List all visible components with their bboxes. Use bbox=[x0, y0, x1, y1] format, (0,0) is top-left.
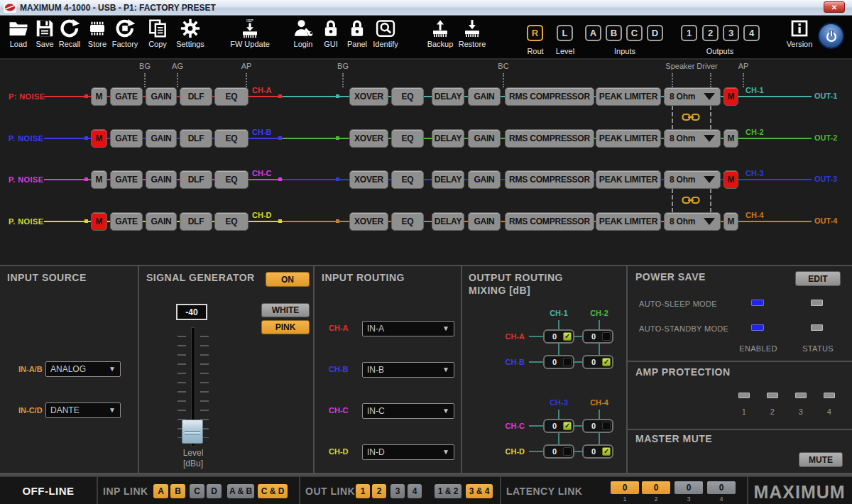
eq-block[interactable]: EQ bbox=[391, 170, 424, 189]
rms-compressor-block[interactable]: RMS COMPRESSOR bbox=[505, 129, 594, 148]
mix-cell-b1[interactable]: 0 bbox=[543, 355, 574, 369]
identify-button[interactable]: Identify bbox=[367, 18, 404, 48]
mix-enable-checkbox[interactable] bbox=[602, 447, 611, 456]
inp-link-b[interactable]: B bbox=[170, 484, 185, 498]
speaker-load-dropdown[interactable]: 8 Ohm bbox=[664, 170, 721, 189]
latency-3[interactable]: 0 bbox=[674, 481, 703, 494]
mix-enable-checkbox[interactable] bbox=[563, 422, 572, 430]
generator-level-value[interactable]: -40 bbox=[176, 304, 207, 320]
ch-c-input-dropdown[interactable]: IN-C▼ bbox=[362, 403, 454, 419]
gate-block[interactable]: GATE bbox=[110, 129, 143, 148]
dlf-block[interactable]: DLF bbox=[180, 87, 212, 106]
power-save-edit-button[interactable]: EDIT bbox=[795, 271, 841, 286]
gain-block[interactable]: GAIN bbox=[146, 212, 177, 231]
xover-block[interactable]: XOVER bbox=[349, 212, 388, 231]
gain-block[interactable]: GAIN bbox=[146, 87, 177, 106]
eq-block[interactable]: EQ bbox=[214, 129, 248, 148]
in-ab-source-dropdown[interactable]: ANALOG▼ bbox=[45, 361, 121, 377]
mix-enable-checkbox[interactable] bbox=[563, 358, 572, 366]
output-3-button[interactable]: 3 bbox=[723, 25, 739, 41]
input-a-button[interactable]: A bbox=[585, 25, 601, 41]
output-4-button[interactable]: 4 bbox=[743, 25, 760, 41]
rms-compressor-block[interactable]: RMS COMPRESSOR bbox=[505, 212, 594, 231]
input-c-button[interactable]: C bbox=[626, 25, 643, 41]
mix-enable-checkbox[interactable] bbox=[563, 447, 572, 456]
ch-b-input-dropdown[interactable]: IN-B▼ bbox=[362, 362, 454, 378]
output-2-button[interactable]: 2 bbox=[702, 25, 719, 41]
output-mute-button[interactable]: M bbox=[723, 87, 738, 106]
speaker-load-dropdown[interactable]: 8 Ohm bbox=[664, 129, 721, 148]
master-mute-button[interactable]: MUTE bbox=[799, 452, 843, 467]
mix-cell-b2[interactable]: 0 bbox=[582, 355, 613, 369]
in-cd-source-dropdown[interactable]: DANTE▼ bbox=[45, 402, 121, 418]
eq-block[interactable]: EQ bbox=[391, 129, 424, 148]
gain-block[interactable]: GAIN bbox=[468, 170, 501, 189]
out-link-1[interactable]: 1 bbox=[356, 484, 370, 498]
copy-button[interactable]: Copy bbox=[139, 18, 176, 48]
inp-link-ab[interactable]: A & B bbox=[227, 484, 254, 498]
out-link-3[interactable]: 3 bbox=[390, 484, 405, 498]
fw-update-button[interactable]: ISP FW Update bbox=[225, 18, 275, 48]
restore-button[interactable]: Restore bbox=[454, 18, 491, 48]
peak-limiter-block[interactable]: PEAK LIMITER bbox=[596, 212, 661, 231]
rms-compressor-block[interactable]: RMS COMPRESSOR bbox=[505, 170, 594, 189]
speaker-load-dropdown[interactable]: 8 Ohm bbox=[664, 87, 721, 106]
mix-cell-c4[interactable]: 0 bbox=[582, 419, 613, 433]
input-d-button[interactable]: D bbox=[647, 25, 663, 41]
factory-button[interactable]: Factory bbox=[106, 18, 143, 48]
input-b-button[interactable]: B bbox=[606, 25, 622, 41]
delay-block[interactable]: DELAY bbox=[432, 212, 464, 231]
generator-on-button[interactable]: ON bbox=[266, 272, 310, 287]
ch-a-input-dropdown[interactable]: IN-A▼ bbox=[362, 321, 454, 336]
dlf-block[interactable]: DLF bbox=[180, 212, 212, 231]
out-link-12[interactable]: 1 & 2 bbox=[435, 484, 462, 498]
out-link-34[interactable]: 3 & 4 bbox=[466, 484, 493, 498]
delay-block[interactable]: DELAY bbox=[432, 129, 464, 148]
speaker-load-dropdown[interactable]: 8 Ohm bbox=[664, 212, 721, 231]
peak-limiter-block[interactable]: PEAK LIMITER bbox=[596, 87, 661, 106]
output-mute-button[interactable]: M bbox=[723, 170, 738, 189]
gate-block[interactable]: GATE bbox=[110, 170, 143, 189]
mix-cell-a2[interactable]: 0 bbox=[582, 329, 613, 344]
latency-1[interactable]: 0 bbox=[611, 481, 639, 494]
input-mute-button[interactable]: M bbox=[91, 87, 107, 106]
inp-link-cd[interactable]: C & D bbox=[258, 484, 288, 498]
gate-block[interactable]: GATE bbox=[110, 212, 143, 231]
mix-enable-checkbox[interactable] bbox=[602, 422, 611, 430]
latency-4[interactable]: 0 bbox=[707, 481, 736, 494]
latency-2[interactable]: 0 bbox=[642, 481, 670, 494]
eq-block[interactable]: EQ bbox=[214, 212, 248, 231]
delay-block[interactable]: DELAY bbox=[432, 170, 464, 189]
settings-button[interactable]: Settings bbox=[172, 18, 209, 48]
eq-block[interactable]: EQ bbox=[214, 87, 248, 106]
delay-block[interactable]: DELAY bbox=[432, 87, 464, 106]
input-mute-button[interactable]: M bbox=[91, 129, 107, 148]
eq-block[interactable]: EQ bbox=[391, 87, 424, 106]
peak-limiter-block[interactable]: PEAK LIMITER bbox=[596, 129, 661, 148]
close-button[interactable]: ✕ bbox=[824, 1, 845, 13]
gate-block[interactable]: GATE bbox=[110, 87, 143, 106]
speaker-link-icon[interactable] bbox=[682, 195, 700, 205]
white-noise-button[interactable]: WHITE bbox=[261, 303, 310, 317]
xover-block[interactable]: XOVER bbox=[349, 170, 388, 189]
version-button[interactable]: Version bbox=[781, 18, 818, 48]
eq-block[interactable]: EQ bbox=[391, 212, 424, 231]
inp-link-d[interactable]: D bbox=[207, 484, 222, 498]
eq-block[interactable]: EQ bbox=[214, 170, 248, 189]
mix-cell-d3[interactable]: 0 bbox=[543, 444, 574, 459]
mix-cell-a1[interactable]: 0 bbox=[543, 329, 574, 344]
mix-enable-checkbox[interactable] bbox=[602, 332, 611, 341]
output-mute-button[interactable]: M bbox=[723, 129, 738, 148]
gain-block[interactable]: GAIN bbox=[146, 129, 177, 148]
level-slider-handle[interactable] bbox=[182, 420, 203, 444]
dlf-block[interactable]: DLF bbox=[180, 129, 212, 148]
out-link-4[interactable]: 4 bbox=[408, 484, 422, 498]
rms-compressor-block[interactable]: RMS COMPRESSOR bbox=[505, 87, 594, 106]
output-mute-button[interactable]: M bbox=[723, 212, 738, 231]
level-view-button[interactable]: L bbox=[557, 25, 573, 41]
power-button[interactable] bbox=[818, 23, 844, 49]
input-mute-button[interactable]: M bbox=[91, 170, 107, 189]
out-link-2[interactable]: 2 bbox=[372, 484, 386, 498]
xover-block[interactable]: XOVER bbox=[349, 87, 388, 106]
output-1-button[interactable]: 1 bbox=[681, 25, 697, 41]
